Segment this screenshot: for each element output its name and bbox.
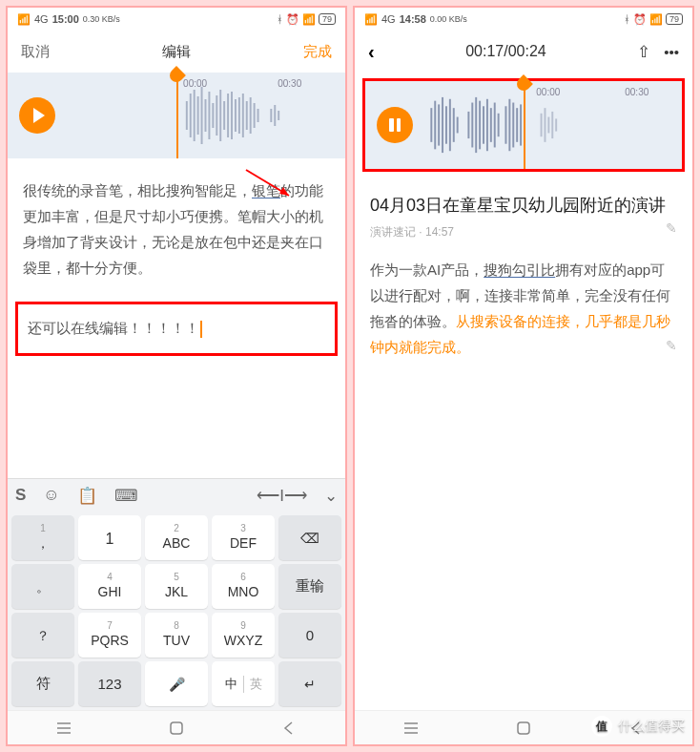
key-retype[interactable]: 重输 (278, 564, 341, 609)
svg-marker-24 (279, 187, 289, 196)
time-marker-1: 00:00 (183, 78, 207, 89)
key-enter[interactable]: ↵ (278, 661, 341, 706)
emoji-icon[interactable]: ☺ (43, 486, 59, 505)
svg-rect-56 (518, 722, 529, 734)
svg-rect-3 (197, 96, 199, 135)
svg-rect-1 (190, 94, 192, 137)
key-mic[interactable]: 🎤 (145, 661, 208, 706)
collapse-icon[interactable]: ⌄ (324, 486, 338, 506)
key-question[interactable]: ？ (11, 613, 74, 658)
key-tuv[interactable]: 8TUV (145, 613, 208, 658)
svg-rect-47 (520, 104, 522, 145)
key-wxyz[interactable]: 9WXYZ (212, 613, 275, 658)
alarm-icon: ⏰ (286, 13, 299, 26)
svg-rect-0 (186, 101, 188, 130)
share-icon[interactable]: ⇧ (637, 42, 650, 62)
key-jkl[interactable]: 5JKL (145, 564, 208, 609)
play-button[interactable] (19, 97, 55, 134)
svg-rect-17 (250, 97, 252, 134)
nav-menu-icon[interactable] (402, 720, 420, 737)
svg-rect-49 (541, 114, 543, 136)
backspace-icon: ⌫ (300, 531, 319, 546)
svg-rect-42 (498, 114, 500, 136)
cancel-button[interactable]: 取消 (21, 43, 50, 61)
svg-rect-53 (555, 118, 557, 131)
carrier-label: 4G (34, 13, 49, 25)
svg-rect-15 (242, 94, 244, 137)
svg-rect-36 (475, 97, 477, 153)
svg-rect-43 (504, 106, 506, 143)
svg-rect-6 (208, 92, 210, 139)
svg-rect-46 (516, 108, 518, 142)
key-lang-toggle[interactable]: 中英 (212, 661, 275, 706)
svg-rect-10 (223, 101, 225, 130)
svg-rect-11 (227, 94, 229, 137)
svg-rect-51 (547, 117, 549, 134)
nav-bar: ‹ 00:17/00:24 ⇧ ••• (355, 31, 692, 73)
svg-rect-33 (457, 117, 459, 134)
alarm-icon: ⏰ (633, 13, 647, 26)
time-marker-2: 00:30 (278, 78, 301, 89)
key-zero[interactable]: 0 (278, 613, 341, 658)
edit-text: 还可以在线编辑！！！！！ (28, 320, 199, 338)
svg-rect-8 (216, 95, 217, 136)
expand-icon[interactable]: ⟵I⟶ (257, 486, 307, 506)
svg-rect-45 (512, 103, 514, 148)
edit-text-icon[interactable]: ✎ (666, 334, 677, 358)
done-button[interactable]: 完成 (303, 43, 332, 61)
keyboard-icon[interactable]: ⌨ (114, 486, 138, 506)
key-1[interactable]: 1 (78, 515, 141, 560)
key-comma[interactable]: 1， (11, 515, 74, 560)
svg-rect-12 (231, 92, 233, 139)
back-button[interactable]: ‹ (368, 41, 375, 63)
key-abc[interactable]: 2ABC (145, 515, 208, 560)
waveform-area[interactable]: 00:00 00:30 (362, 78, 685, 172)
svg-rect-29 (442, 97, 443, 153)
time-label: 15:00 (52, 13, 79, 25)
svg-rect-13 (235, 99, 237, 132)
key-def[interactable]: 3DEF (212, 515, 275, 560)
svg-rect-9 (219, 90, 221, 141)
key-123[interactable]: 123 (78, 661, 141, 706)
keyboard-toolbar: S ☺ 📋 ⌨ ⟵I⟶ ⌄ (8, 479, 345, 512)
text-cursor (200, 321, 202, 338)
nav-home-icon[interactable] (515, 720, 532, 737)
nav-home-icon[interactable] (168, 720, 185, 737)
wifi-icon: 📶 (302, 13, 316, 26)
pause-button[interactable] (377, 107, 413, 143)
key-ghi[interactable]: 4GHI (78, 564, 141, 609)
svg-rect-7 (212, 103, 214, 128)
underlined-word[interactable]: 搜狗勾引比 (484, 261, 555, 278)
transcript-text[interactable]: 作为一款AI产品，搜狗勾引比拥有对应的app可以进行配对，啊，连接非常简单，完全… (370, 257, 677, 360)
key-pqrs[interactable]: 7PQRS (78, 613, 141, 658)
svg-rect-27 (434, 101, 436, 150)
watermark-badge-icon: 值 (591, 716, 612, 737)
key-backspace[interactable]: ⌫ (278, 515, 341, 560)
edit-input-box[interactable]: 还可以在线编辑！！！！！ (15, 302, 338, 356)
bluetooth-icon: ᚼ (277, 13, 283, 25)
svg-rect-19 (257, 109, 259, 122)
svg-rect-40 (490, 108, 492, 142)
play-icon (33, 108, 45, 123)
svg-rect-28 (438, 104, 440, 145)
key-symbol[interactable]: 符 (11, 661, 74, 706)
more-icon[interactable]: ••• (664, 44, 679, 60)
svg-rect-20 (270, 109, 272, 122)
clipboard-icon[interactable]: 📋 (77, 486, 97, 506)
svg-rect-38 (483, 106, 484, 143)
waveform-area[interactable]: 00:00 00:30 (8, 73, 345, 158)
time-marker-2: 00:30 (625, 87, 649, 97)
edit-title-icon[interactable]: ✎ (666, 219, 677, 239)
svg-rect-18 (254, 103, 256, 128)
recording-title: 04月03日在童星宝贝幼儿园附近的演讲 ✎ (370, 193, 677, 219)
wifi-icon: 📶 (649, 13, 663, 26)
battery-icon: 79 (666, 13, 683, 25)
logo-icon[interactable]: S (15, 486, 26, 505)
svg-rect-31 (449, 99, 451, 151)
nav-back-icon[interactable] (280, 720, 298, 737)
system-nav-bar (8, 710, 345, 744)
nav-menu-icon[interactable] (55, 720, 72, 737)
carrier-label: 4G (381, 13, 396, 25)
key-period[interactable]: 。 (11, 564, 74, 609)
key-mno[interactable]: 6MNO (212, 564, 275, 609)
